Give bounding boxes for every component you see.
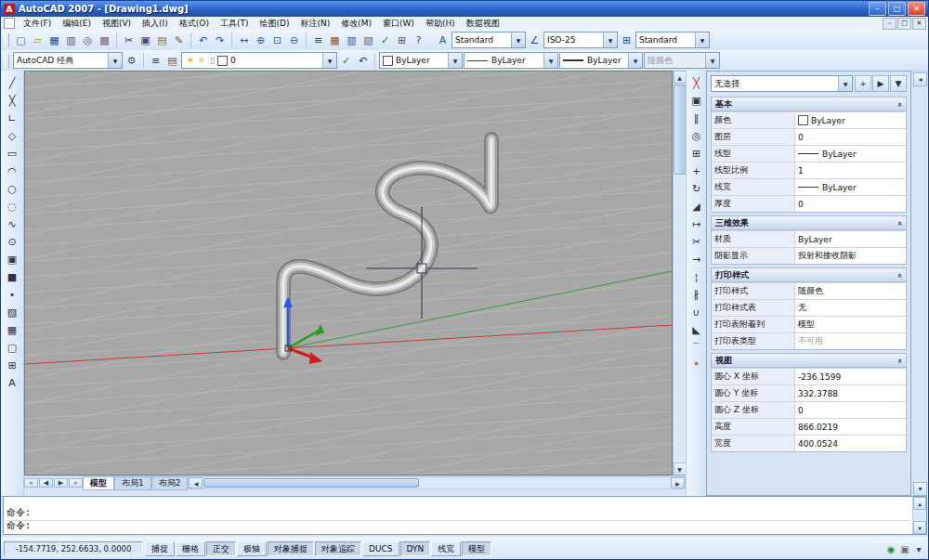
table-style-dropdown[interactable]: Standard: [635, 32, 710, 48]
palette-autohide-button[interactable]: [913, 72, 927, 86]
zoom-realtime-icon[interactable]: ⊕: [253, 33, 268, 48]
plot-preview-icon[interactable]: ◎: [80, 33, 96, 48]
menu-item[interactable]: 文件(F): [18, 17, 57, 30]
save-icon[interactable]: ▦: [46, 33, 62, 48]
new-icon[interactable]: ▢: [13, 33, 29, 48]
menu-item[interactable]: 工具(T): [215, 17, 255, 30]
property-value[interactable]: 无: [795, 300, 906, 316]
collapse-chevron-icon[interactable]: [896, 358, 904, 362]
polyline-icon[interactable]: ∟: [4, 110, 20, 126]
mirror-icon[interactable]: ‖: [688, 110, 705, 126]
drawing-canvas[interactable]: [24, 71, 673, 475]
spline-icon[interactable]: ∿: [4, 215, 20, 232]
stretch-icon[interactable]: ↦: [688, 215, 705, 232]
workspace-dropdown[interactable]: AutoCAD 经典: [13, 52, 123, 69]
copy-icon[interactable]: ▣: [137, 33, 153, 48]
status-menu-icon[interactable]: ▾: [912, 542, 925, 555]
dropdown-arrow-icon[interactable]: [695, 33, 709, 47]
section-header[interactable]: 视图: [712, 354, 906, 368]
break-icon[interactable]: ∦: [688, 286, 705, 303]
property-value[interactable]: 0: [795, 402, 906, 418]
menu-item[interactable]: 绘图(D): [254, 17, 294, 30]
canvas-horizontal-scrollbar[interactable]: [188, 476, 686, 489]
status-toggle-0[interactable]: 捕捉: [145, 541, 175, 556]
scale-icon[interactable]: ◢: [688, 198, 705, 215]
insert-block-icon[interactable]: ▣: [4, 251, 20, 267]
dropdown-arrow-icon[interactable]: [628, 53, 642, 68]
viewport-3d[interactable]: [25, 72, 672, 475]
status-toggle-2[interactable]: 正交: [206, 541, 236, 556]
toolbar-lock-icon[interactable]: ▣: [898, 542, 911, 555]
color-dropdown[interactable]: ByLayer: [379, 52, 463, 69]
zoom-window-icon[interactable]: ⊡: [269, 33, 285, 48]
toolbar-grip[interactable]: [5, 54, 9, 68]
layer-previous-icon[interactable]: ↶: [355, 53, 371, 69]
undo-icon[interactable]: ↶: [195, 33, 211, 48]
menu-item[interactable]: 插入(I): [137, 17, 174, 30]
collapse-chevron-icon[interactable]: [896, 101, 904, 106]
layer-states-icon[interactable]: ▤: [164, 53, 180, 69]
property-value[interactable]: 1: [795, 163, 906, 178]
property-value[interactable]: 0: [795, 196, 906, 212]
erase-icon[interactable]: ╳: [688, 74, 705, 91]
scroll-up-icon[interactable]: [913, 497, 926, 510]
status-toggle-1[interactable]: 栅格: [176, 541, 205, 556]
minimize-button[interactable]: –: [869, 2, 886, 16]
dropdown-arrow-icon[interactable]: [838, 76, 852, 91]
redo-icon[interactable]: ↷: [212, 33, 228, 48]
gradient-icon[interactable]: ▦: [4, 321, 20, 338]
status-toggle-6[interactable]: DUCS: [362, 541, 399, 556]
table-icon[interactable]: ⊞: [4, 357, 20, 373]
command-prompt[interactable]: 命令:: [7, 519, 910, 532]
ellipse-icon[interactable]: ⊙: [4, 233, 20, 250]
explode-icon[interactable]: *: [688, 357, 705, 373]
scrollbar-thumb[interactable]: [203, 478, 419, 488]
scrollbar-track[interactable]: [420, 477, 671, 488]
property-value[interactable]: 332.3788: [795, 385, 906, 401]
quick-select-button[interactable]: ▼: [890, 75, 907, 92]
plot-icon[interactable]: ▥: [63, 33, 79, 48]
property-value[interactable]: 随颜色: [795, 283, 906, 299]
mdi-restore-button[interactable]: □: [897, 18, 911, 30]
prev-tab-button[interactable]: ◀: [39, 478, 53, 488]
scroll-down-icon[interactable]: [674, 462, 687, 475]
workspace-settings-icon[interactable]: ⚙: [124, 53, 139, 69]
sheet-set-manager-icon[interactable]: ▧: [360, 33, 376, 48]
scroll-down-icon[interactable]: [913, 521, 926, 534]
text-style-dropdown[interactable]: Standard: [451, 32, 526, 48]
point-icon[interactable]: •: [4, 286, 20, 303]
zoom-previous-icon[interactable]: ⊖: [286, 33, 302, 48]
mdi-close-button[interactable]: ✕: [912, 18, 926, 30]
make-block-icon[interactable]: ■: [4, 268, 20, 285]
property-value[interactable]: -236.1599: [795, 369, 906, 384]
rectangle-icon[interactable]: ▭: [4, 145, 20, 162]
status-toggle-9[interactable]: 模型: [462, 541, 491, 556]
linetype-dropdown[interactable]: ByLayer: [464, 52, 558, 69]
arc-icon[interactable]: ◠: [4, 163, 20, 179]
dropdown-arrow-icon[interactable]: [322, 53, 336, 68]
paste-icon[interactable]: ▤: [154, 33, 170, 48]
maximize-button[interactable]: □: [888, 2, 906, 16]
property-value[interactable]: 模型: [795, 317, 906, 332]
collapse-chevron-icon[interactable]: [896, 220, 904, 225]
extend-icon[interactable]: →: [688, 251, 705, 267]
property-value[interactable]: 400.0524: [795, 436, 906, 451]
construction-line-icon[interactable]: ╳: [4, 92, 20, 109]
notification-expand-button[interactable]: [913, 482, 927, 496]
status-toggle-4[interactable]: 对象捕捉: [268, 541, 314, 556]
chamfer-icon[interactable]: ◣: [688, 321, 705, 338]
command-window[interactable]: 命令: 命令:: [3, 496, 927, 535]
menu-item[interactable]: 帮助(H): [420, 17, 461, 30]
line-icon[interactable]: ╱: [4, 74, 20, 91]
toolbar-grip[interactable]: [5, 33, 9, 47]
property-value[interactable]: ByLayer: [795, 112, 906, 128]
trim-icon[interactable]: ✂: [688, 233, 705, 250]
copy-object-icon[interactable]: ▣: [688, 92, 705, 109]
quick-calc-icon[interactable]: ⊞: [394, 33, 410, 48]
tool-palettes-icon[interactable]: ▥: [344, 33, 360, 48]
cut-icon[interactable]: ✂: [121, 33, 137, 48]
match-properties-icon[interactable]: ✎: [171, 33, 187, 48]
scrollbar-thumb[interactable]: [674, 85, 687, 175]
dropdown-arrow-icon[interactable]: [603, 33, 617, 47]
dropdown-arrow-icon[interactable]: [108, 53, 122, 68]
